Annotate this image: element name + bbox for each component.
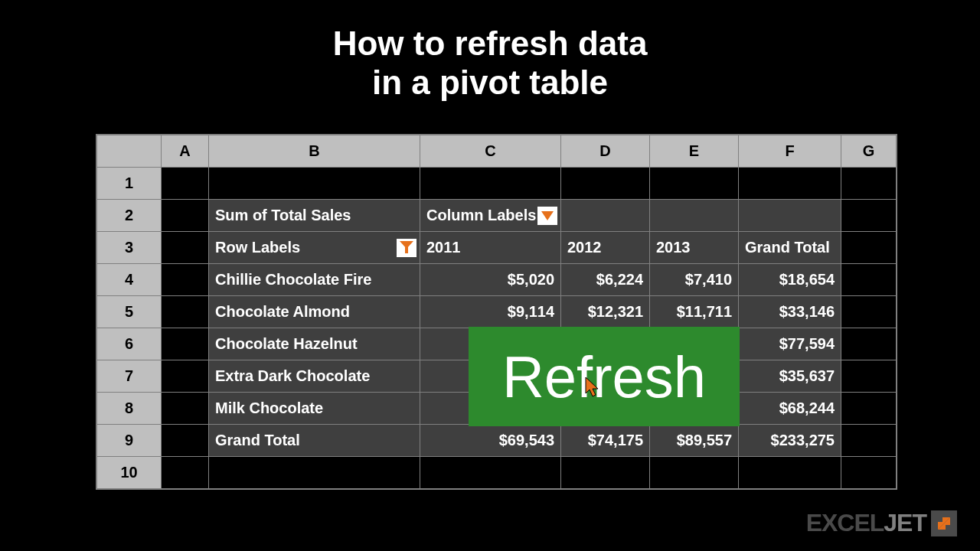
cell[interactable] — [739, 200, 841, 232]
row-header-6[interactable]: 6 — [97, 328, 162, 360]
value-cell[interactable]: $5,020 — [420, 264, 561, 296]
logo-part1: EXCEL — [806, 509, 884, 536]
cell[interactable] — [739, 168, 841, 200]
row-9: 9 Grand Total $69,543 $74,175 $89,557 $2… — [97, 425, 897, 457]
logo-part2: JET — [884, 509, 926, 536]
cell[interactable] — [841, 328, 897, 360]
row-4: 4 Chillie Chocolate Fire $5,020 $6,224 $… — [97, 264, 897, 296]
value-cell[interactable]: $7,410 — [650, 264, 739, 296]
grand-total-y3[interactable]: $89,557 — [650, 425, 739, 457]
column-labels-cell[interactable]: Column Labels — [420, 200, 561, 232]
value-cell[interactable]: $6,224 — [561, 264, 650, 296]
cell[interactable] — [841, 232, 897, 264]
cell[interactable] — [162, 360, 209, 393]
title-line-1: How to refresh data — [333, 24, 648, 62]
value-cell[interactable]: $12,321 — [561, 296, 650, 328]
row-total-cell[interactable]: $18,654 — [739, 264, 841, 296]
grand-total-y1[interactable]: $69,543 — [420, 425, 561, 457]
row-header-7[interactable]: 7 — [97, 360, 162, 393]
cell[interactable] — [561, 200, 650, 232]
cell[interactable] — [162, 457, 209, 489]
chevron-down-icon — [541, 211, 554, 220]
row-header-4[interactable]: 4 — [97, 264, 162, 296]
col-header-F[interactable]: F — [739, 135, 841, 168]
cell[interactable] — [841, 360, 897, 393]
logo-text: EXCELJET — [806, 509, 926, 537]
cell[interactable] — [650, 168, 739, 200]
product-name[interactable]: Chillie Chocolate Fire — [209, 264, 420, 296]
row-1: 1 — [97, 168, 897, 200]
exceljet-logo: EXCELJET — [806, 509, 957, 537]
year-2011-header[interactable]: 2011 — [420, 232, 561, 264]
row-header-3[interactable]: 3 — [97, 232, 162, 264]
column-header-row: A B C D E F G — [97, 135, 897, 168]
row-header-2[interactable]: 2 — [97, 200, 162, 232]
cell[interactable] — [841, 296, 897, 328]
filter-icon — [400, 241, 413, 255]
cell[interactable] — [162, 328, 209, 360]
cell[interactable] — [162, 232, 209, 264]
row-5: 5 Chocolate Almond $9,114 $12,321 $11,71… — [97, 296, 897, 328]
row-filter-button[interactable] — [397, 239, 416, 257]
cell[interactable] — [841, 200, 897, 232]
cell[interactable] — [162, 168, 209, 200]
cell[interactable] — [162, 200, 209, 232]
cell[interactable] — [420, 457, 561, 489]
row-header-8[interactable]: 8 — [97, 393, 162, 425]
cell[interactable] — [841, 264, 897, 296]
cell[interactable] — [162, 393, 209, 425]
col-header-E[interactable]: E — [650, 135, 739, 168]
select-all-corner[interactable] — [97, 135, 162, 168]
page-title: How to refresh data in a pivot table — [0, 0, 980, 102]
row-header-1[interactable]: 1 — [97, 168, 162, 200]
col-header-D[interactable]: D — [561, 135, 650, 168]
value-cell[interactable]: $11,711 — [650, 296, 739, 328]
column-filter-button[interactable] — [537, 207, 557, 225]
grand-total-y2[interactable]: $74,175 — [561, 425, 650, 457]
row-total-cell[interactable]: $35,637 — [739, 360, 841, 393]
grand-total-row-label[interactable]: Grand Total — [209, 425, 420, 457]
cell[interactable] — [209, 457, 420, 489]
row-header-10[interactable]: 10 — [97, 457, 162, 489]
cell[interactable] — [650, 457, 739, 489]
year-2013-header[interactable]: 2013 — [650, 232, 739, 264]
refresh-overlay-button[interactable]: Refresh — [469, 327, 740, 426]
row-labels-text: Row Labels — [215, 239, 300, 256]
row-total-cell[interactable]: $33,146 — [739, 296, 841, 328]
cell[interactable] — [650, 200, 739, 232]
product-name[interactable]: Extra Dark Chocolate — [209, 360, 420, 393]
col-header-G[interactable]: G — [841, 135, 897, 168]
product-name[interactable]: Chocolate Almond — [209, 296, 420, 328]
cell[interactable] — [841, 393, 897, 425]
year-2012-header[interactable]: 2012 — [561, 232, 650, 264]
row-header-9[interactable]: 9 — [97, 425, 162, 457]
cell[interactable] — [162, 425, 209, 457]
row-2: 2 Sum of Total Sales Column Labels — [97, 200, 897, 232]
spreadsheet-grid[interactable]: A B C D E F G 1 2 Sum of Total Sales Col… — [96, 134, 897, 490]
col-header-B[interactable]: B — [209, 135, 420, 168]
cell[interactable] — [420, 168, 561, 200]
cell[interactable] — [739, 457, 841, 489]
grand-total-col-header[interactable]: Grand Total — [739, 232, 841, 264]
grand-total-total[interactable]: $233,275 — [739, 425, 841, 457]
cell[interactable] — [561, 457, 650, 489]
row-total-cell[interactable]: $68,244 — [739, 393, 841, 425]
product-name[interactable]: Milk Chocolate — [209, 393, 420, 425]
product-name[interactable]: Chocolate Hazelnut — [209, 328, 420, 360]
cell[interactable] — [162, 264, 209, 296]
cell[interactable] — [209, 168, 420, 200]
col-header-A[interactable]: A — [162, 135, 209, 168]
row-total-cell[interactable]: $77,594 — [739, 328, 841, 360]
row-header-5[interactable]: 5 — [97, 296, 162, 328]
value-cell[interactable]: $9,114 — [420, 296, 561, 328]
cell[interactable] — [162, 296, 209, 328]
row-labels-cell[interactable]: Row Labels — [209, 232, 420, 264]
refresh-label: Refresh — [502, 344, 706, 410]
cell[interactable] — [841, 168, 897, 200]
cell[interactable] — [841, 457, 897, 489]
cell[interactable] — [841, 425, 897, 457]
cell[interactable] — [561, 168, 650, 200]
col-header-C[interactable]: C — [420, 135, 561, 168]
row-10: 10 — [97, 457, 897, 489]
sum-of-total-sales-label[interactable]: Sum of Total Sales — [209, 200, 420, 232]
